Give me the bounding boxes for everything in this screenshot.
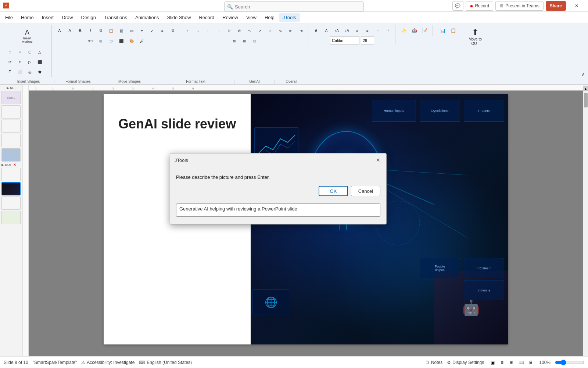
menu-item-review[interactable]: Review bbox=[219, 13, 242, 22]
ms-btn-3[interactable]: ⊡ bbox=[250, 36, 259, 46]
shape-btn-11[interactable]: ◎ bbox=[25, 67, 35, 77]
language-indicator[interactable]: ⌨ English (United States) bbox=[139, 360, 192, 365]
record-button[interactable]: ⏺ Record bbox=[466, 1, 493, 11]
slide-thumb-8[interactable] bbox=[1, 182, 21, 195]
format-btn-3[interactable]: B bbox=[75, 26, 85, 35]
scroll-up-button[interactable]: ▲ bbox=[583, 86, 588, 91]
fs-btn-3[interactable]: ⊡ bbox=[106, 36, 116, 46]
genai-btn-3[interactable]: 📝 bbox=[420, 26, 430, 35]
dialog-cancel-button[interactable]: Cancel bbox=[351, 186, 380, 196]
move-btn-9[interactable]: ⬀ bbox=[265, 26, 275, 35]
format-btn-4[interactable]: I bbox=[86, 26, 95, 35]
move-to-out-button[interactable]: ⬆ Move to OUT bbox=[466, 26, 484, 48]
shape-btn-6[interactable]: ✦ bbox=[15, 57, 25, 67]
ft-btn-8[interactable]: ⁺ bbox=[383, 26, 393, 35]
menu-item-animations[interactable]: Animations bbox=[132, 13, 162, 22]
menu-item-view[interactable]: View bbox=[243, 13, 260, 22]
overall-btn-2[interactable]: 📋 bbox=[449, 26, 458, 35]
ft-btn-1[interactable]: A bbox=[311, 26, 321, 35]
normal-view-button[interactable]: ▣ bbox=[488, 358, 496, 367]
menu-item-home[interactable]: Home bbox=[17, 13, 37, 22]
copy-btn[interactable]: ⧉ bbox=[96, 26, 105, 35]
shape-btn-3[interactable]: ⬡ bbox=[25, 47, 35, 57]
move-btn-1[interactable]: ↑ bbox=[183, 26, 193, 35]
genai-btn-1[interactable]: ✨ bbox=[399, 26, 409, 35]
accessibility-status[interactable]: ⚠ Accessibility: Investigate bbox=[81, 360, 135, 365]
shape-btn-4[interactable]: △ bbox=[35, 47, 44, 57]
slide-thumb-2[interactable] bbox=[1, 105, 21, 118]
move-btn-5[interactable]: ⊕ bbox=[224, 26, 234, 35]
dialog-text-input[interactable] bbox=[179, 206, 377, 212]
share-button[interactable]: Share bbox=[546, 1, 566, 11]
fs-btn-5[interactable]: 🎨 bbox=[127, 36, 136, 46]
move-btn-4[interactable]: → bbox=[214, 26, 223, 35]
paste-btn[interactable]: 📋 bbox=[106, 26, 116, 35]
move-btn-3[interactable]: ← bbox=[204, 26, 213, 35]
shape-btn-9[interactable]: T bbox=[5, 67, 15, 77]
move-btn-11[interactable]: ⇤ bbox=[286, 26, 295, 35]
dialog-ok-button[interactable]: OK bbox=[319, 186, 348, 196]
slide-thumb-7[interactable] bbox=[1, 168, 21, 181]
ft-btn-6[interactable]: ≡ bbox=[363, 26, 372, 35]
menu-item-record[interactable]: Record bbox=[195, 13, 218, 22]
size-btn[interactable]: ⤢ bbox=[147, 26, 157, 35]
move-btn-12[interactable]: ⇥ bbox=[296, 26, 306, 35]
shape-btn-5[interactable]: ⟳ bbox=[5, 57, 15, 67]
outline-view-button[interactable]: ≡ bbox=[498, 358, 506, 367]
fs-btn-4[interactable]: ⬛ bbox=[116, 36, 126, 46]
slide-thumb-4[interactable] bbox=[1, 134, 21, 147]
border-btn[interactable]: ▭ bbox=[127, 26, 136, 35]
shape-btn-1[interactable]: □ bbox=[5, 47, 15, 57]
move-btn-7[interactable]: ↖ bbox=[245, 26, 254, 35]
slide-thumb-10[interactable] bbox=[1, 211, 21, 224]
effect-btn[interactable]: ✦ bbox=[137, 26, 147, 35]
slide-thumb-9[interactable] bbox=[1, 197, 21, 210]
shape-btn-8[interactable]: ⬛ bbox=[35, 57, 44, 67]
ft-btn-2[interactable]: A bbox=[322, 26, 331, 35]
search-input[interactable] bbox=[224, 1, 364, 12]
overall-btn-1[interactable]: 📊 bbox=[438, 26, 448, 35]
move-btn-10[interactable]: ⬁ bbox=[276, 26, 285, 35]
insert-textbox-button[interactable]: A Inserttextbox bbox=[20, 26, 35, 46]
vertical-scrollbar[interactable]: ▲ bbox=[583, 85, 588, 364]
fs-btn-1[interactable]: ▾□ bbox=[86, 36, 95, 46]
menu-item-file[interactable]: File bbox=[1, 13, 17, 22]
fs-btn-6[interactable]: 🖊 bbox=[137, 36, 147, 46]
menu-item-slideshow[interactable]: Slide Show bbox=[163, 13, 194, 22]
slide-thumb-3[interactable] bbox=[1, 120, 21, 133]
format-btn-2[interactable]: A bbox=[65, 26, 75, 35]
fill-btn[interactable]: ▨ bbox=[116, 26, 126, 35]
move-btn-8[interactable]: ↗ bbox=[255, 26, 265, 35]
menu-item-transitions[interactable]: Transitions bbox=[100, 13, 131, 22]
dialog-input-area[interactable] bbox=[176, 204, 380, 217]
dialog-close-button[interactable]: ✕ bbox=[374, 156, 382, 164]
format-btn-1[interactable]: A bbox=[55, 26, 64, 35]
slide-thumb-1[interactable]: slide 1 bbox=[1, 91, 21, 104]
scroll-thumb[interactable] bbox=[584, 93, 588, 107]
menu-item-design[interactable]: Design bbox=[78, 13, 100, 22]
shape-btn-12[interactable]: ⬟ bbox=[35, 67, 44, 77]
comment-button[interactable]: 💬 bbox=[452, 1, 463, 11]
notes-button[interactable]: 🗒 Notes bbox=[425, 360, 442, 365]
align-btn[interactable]: ≡ bbox=[158, 26, 167, 35]
shape-btn-2[interactable]: ○ bbox=[15, 47, 25, 57]
menu-item-insert[interactable]: Insert bbox=[38, 13, 58, 22]
fs-btn-2[interactable]: ⊞ bbox=[96, 36, 105, 46]
ft-btn-7[interactable]: ⁻ bbox=[373, 26, 383, 35]
ms-btn-1[interactable]: ⊠ bbox=[229, 36, 239, 46]
font-size-input[interactable] bbox=[361, 36, 374, 45]
zoom-slider[interactable] bbox=[555, 360, 584, 365]
menu-item-draw[interactable]: Draw bbox=[58, 13, 76, 22]
shape-btn-7[interactable]: ▷ bbox=[25, 57, 35, 67]
menu-item-jtools[interactable]: JTools bbox=[279, 13, 300, 22]
menu-item-help[interactable]: Help bbox=[261, 13, 278, 22]
reading-view-button[interactable]: 📖 bbox=[517, 358, 525, 367]
present-teams-button[interactable]: 🖥 Present in Teams bbox=[495, 1, 544, 11]
presenter-view-button[interactable]: 🖥 bbox=[527, 358, 535, 367]
shape-btn-10[interactable]: ⬜ bbox=[15, 67, 25, 77]
ribbon-collapse-button[interactable]: ∧ bbox=[581, 71, 585, 77]
font-name-input[interactable] bbox=[330, 36, 359, 45]
slide-thumb-5[interactable] bbox=[1, 148, 21, 162]
ft-btn-5[interactable]: a bbox=[352, 26, 362, 35]
close-button[interactable]: ✕ bbox=[568, 0, 585, 12]
